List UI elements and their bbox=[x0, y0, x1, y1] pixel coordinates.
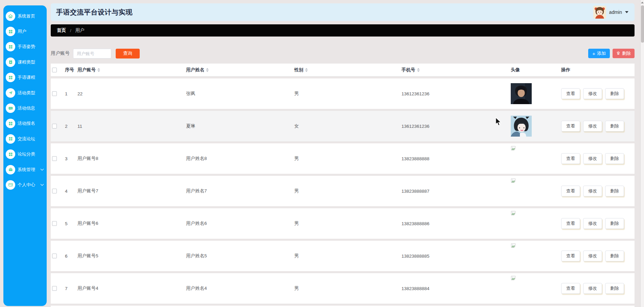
view-button[interactable]: 查看 bbox=[561, 251, 580, 261]
cell-index: 2 bbox=[65, 124, 77, 129]
add-button[interactable]: + 添加 bbox=[588, 49, 610, 58]
sidebar-item-users[interactable]: 用户 bbox=[3, 24, 47, 39]
row-checkbox[interactable] bbox=[52, 124, 57, 128]
clipboard-icon bbox=[6, 57, 15, 67]
cell-actions: 查看修改删除 bbox=[561, 121, 635, 132]
delete-button[interactable]: 删除 bbox=[605, 88, 624, 99]
cell-gender: 男 bbox=[294, 188, 401, 194]
view-button[interactable]: 查看 bbox=[561, 218, 580, 229]
column-header-account[interactable]: 用户账号 bbox=[77, 67, 186, 73]
scrollbar[interactable] bbox=[640, 0, 644, 307]
row-checkbox[interactable] bbox=[52, 254, 57, 258]
view-button[interactable]: 查看 bbox=[561, 186, 580, 196]
query-button[interactable]: 查询 bbox=[116, 49, 140, 58]
broken-image-icon bbox=[511, 243, 516, 248]
cell-actions: 查看修改删除 bbox=[561, 251, 635, 261]
cell-avatar bbox=[511, 111, 561, 141]
scrollbar-thumb[interactable] bbox=[641, 5, 644, 43]
select-all-checkbox[interactable] bbox=[52, 68, 57, 72]
delete-button[interactable]: 删除 bbox=[613, 49, 635, 58]
sidebar-item-label: 课程类型 bbox=[18, 59, 35, 65]
sidebar-item-personal-center[interactable]: 个人中心 bbox=[3, 177, 47, 192]
cell-phone: 13823888888 bbox=[401, 156, 511, 161]
table-row: 211夏琳女13612361236查看修改删除 bbox=[51, 111, 635, 141]
cell-account: 用户账号5 bbox=[77, 253, 186, 259]
cell-index: 6 bbox=[65, 254, 77, 259]
view-button[interactable]: 查看 bbox=[561, 153, 580, 164]
edit-button[interactable]: 修改 bbox=[583, 186, 602, 196]
view-button[interactable]: 查看 bbox=[561, 121, 580, 132]
sidebar-item-label: 系统首页 bbox=[18, 13, 35, 19]
edit-button[interactable]: 修改 bbox=[583, 88, 602, 99]
sort-icons[interactable] bbox=[97, 68, 100, 72]
user-avatar bbox=[593, 6, 606, 19]
sidebar-item-forum[interactable]: 交流论坛 bbox=[3, 131, 47, 146]
row-checkbox[interactable] bbox=[52, 221, 57, 226]
sidebar-item-sign-course[interactable]: 手语课程 bbox=[3, 70, 47, 85]
edit-button[interactable]: 修改 bbox=[583, 251, 602, 261]
delete-button[interactable]: 删除 bbox=[605, 218, 624, 229]
cell-avatar bbox=[511, 306, 561, 307]
sidebar-item-system-manage[interactable]: 系统管理 bbox=[3, 162, 47, 177]
page-title: 手语交流平台设计与实现 bbox=[56, 8, 133, 17]
sidebar-item-label: 活动信息 bbox=[18, 105, 35, 111]
column-header-phone[interactable]: 手机号 bbox=[401, 67, 511, 73]
sort-icons[interactable] bbox=[305, 68, 308, 72]
sidebar-item-forum-category[interactable]: 论坛分类 bbox=[3, 147, 47, 162]
sidebar-item-activity-type[interactable]: 活动类型 bbox=[3, 85, 47, 100]
sidebar-item-sign-gesture[interactable]: 手语姿势 bbox=[3, 39, 47, 54]
cell-actions: 查看修改删除 bbox=[561, 218, 635, 229]
sidebar-item-label: 论坛分类 bbox=[18, 151, 35, 157]
sort-icons[interactable] bbox=[206, 68, 209, 72]
view-button[interactable]: 查看 bbox=[561, 88, 580, 99]
cell-index: 4 bbox=[65, 189, 77, 194]
breadcrumb-separator: / bbox=[70, 28, 71, 33]
sidebar-item-course-type[interactable]: 课程类型 bbox=[3, 54, 47, 70]
column-header-name[interactable]: 用户姓名 bbox=[186, 67, 294, 73]
breadcrumb-home[interactable]: 首页 bbox=[57, 27, 66, 33]
edit-button[interactable]: 修改 bbox=[583, 283, 602, 294]
edit-button[interactable]: 修改 bbox=[583, 121, 602, 132]
row-checkbox[interactable] bbox=[52, 156, 57, 161]
sidebar-item-home[interactable]: 系统首页 bbox=[3, 8, 47, 24]
cell-name: 用户姓名6 bbox=[186, 220, 294, 227]
edit-button[interactable]: 修改 bbox=[583, 218, 602, 229]
sidebar-item-label: 活动类型 bbox=[18, 90, 35, 96]
column-header-gender[interactable]: 性别 bbox=[294, 67, 401, 73]
cell-index: 5 bbox=[65, 221, 77, 226]
main-content: 手语交流平台设计与实现 admin bbox=[51, 0, 635, 307]
delete-button[interactable]: 删除 bbox=[605, 186, 624, 196]
delete-button[interactable]: 删除 bbox=[605, 283, 624, 294]
table-header: 序号用户账号用户姓名性别手机号头像操作 bbox=[51, 64, 635, 76]
edit-button[interactable]: 修改 bbox=[583, 153, 602, 164]
column-header-index: 序号 bbox=[65, 67, 77, 73]
row-checkbox[interactable] bbox=[52, 91, 57, 96]
grid-icon bbox=[6, 134, 15, 144]
search-input[interactable] bbox=[73, 49, 111, 58]
cell-index: 1 bbox=[65, 91, 77, 96]
row-checkbox[interactable] bbox=[52, 286, 57, 291]
view-button[interactable]: 查看 bbox=[561, 283, 580, 294]
user-menu[interactable]: admin bbox=[593, 6, 628, 19]
cell-index: 3 bbox=[65, 156, 77, 161]
column-header-avatar: 头像 bbox=[511, 67, 561, 73]
home-icon bbox=[6, 11, 15, 21]
sidebar-item-activity-signup[interactable]: 活动报名 bbox=[3, 116, 47, 131]
cell-phone: 13823888887 bbox=[401, 189, 511, 194]
sidebar-item-activity-info[interactable]: 活动信息 bbox=[3, 100, 47, 116]
delete-button[interactable]: 删除 bbox=[605, 153, 624, 164]
user-avatar-image bbox=[511, 83, 532, 104]
plane-icon bbox=[6, 88, 15, 98]
chevron-down-icon bbox=[625, 11, 628, 13]
cell-phone: 13612361236 bbox=[401, 91, 511, 96]
row-checkbox[interactable] bbox=[52, 189, 57, 193]
delete-button[interactable]: 删除 bbox=[605, 121, 624, 132]
cell-name: 用户姓名4 bbox=[186, 285, 294, 291]
search-label: 用户账号 bbox=[51, 50, 70, 56]
cell-name: 用户姓名5 bbox=[186, 253, 294, 259]
sort-icons[interactable] bbox=[417, 68, 420, 72]
scrollbar-up-arrow[interactable] bbox=[641, 0, 644, 5]
delete-button[interactable]: 删除 bbox=[605, 251, 624, 261]
user-avatar-image bbox=[511, 116, 532, 137]
sidebar-item-label: 个人中心 bbox=[18, 182, 35, 188]
